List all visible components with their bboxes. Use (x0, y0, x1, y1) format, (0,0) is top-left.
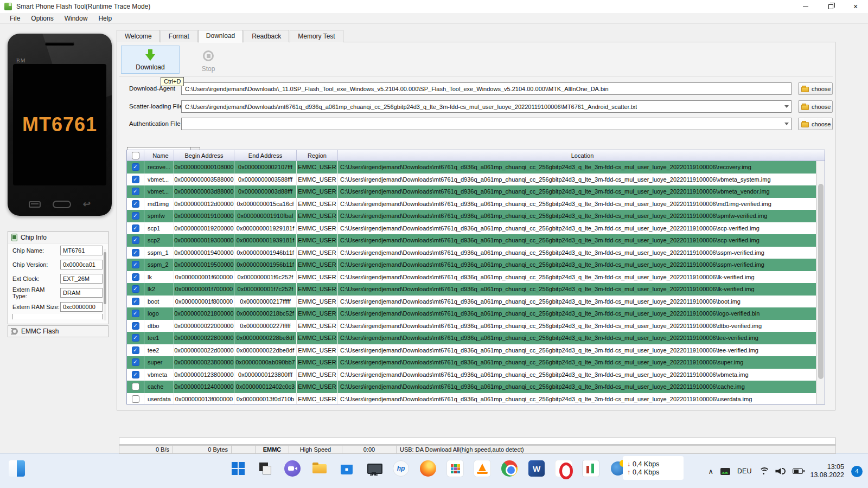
chrome-taskbar-button[interactable] (499, 458, 520, 479)
tab-readback[interactable]: Readback (244, 30, 289, 42)
volume-icon[interactable] (775, 468, 786, 474)
row-checkbox[interactable]: ✓ (132, 346, 139, 354)
scatter-file-choose-button[interactable]: choose (798, 100, 833, 113)
table-row[interactable]: ✓spmfw0x00000000191000000x000000001910fb… (127, 210, 816, 222)
row-checkbox[interactable]: ✓ (132, 249, 139, 256)
monitor-bars-taskbar-button[interactable] (580, 458, 601, 479)
row-checkbox[interactable]: ✓ (132, 358, 139, 366)
menu-help[interactable]: Help (93, 14, 117, 23)
opera-taskbar-button[interactable] (553, 458, 574, 479)
file-explorer-taskbar-button[interactable] (309, 458, 330, 479)
hp-taskbar-button[interactable] (391, 458, 411, 479)
remote-desktop-taskbar-button[interactable] (363, 458, 384, 479)
row-checkbox[interactable]: ✓ (132, 273, 139, 281)
table-row[interactable]: ✓vbmet...0x00000000035880000x00000000035… (127, 174, 816, 186)
row-checkbox[interactable]: ✓ (132, 334, 139, 342)
table-row[interactable]: ✓vbmeta0x00000001238000000x0000000123800… (127, 369, 816, 381)
table-row[interactable]: ✓scp20x00000000193000000x000000001939181… (127, 234, 816, 247)
table-row[interactable]: cache0x00000001240000000x000000012402c0c… (127, 381, 816, 393)
row-checkbox[interactable] (132, 383, 139, 390)
chip-info-header[interactable]: Chip Info (8, 232, 108, 243)
header-begin-address[interactable]: Begin Address (174, 150, 234, 160)
download-button[interactable]: Download (121, 46, 180, 74)
menu-options[interactable]: Options (25, 14, 59, 23)
cell-begin-address: 0x0000000012d00000 (174, 198, 234, 210)
close-button[interactable]: × (843, 0, 868, 13)
camera-app-taskbar-button[interactable] (282, 458, 303, 479)
download-agent-input[interactable]: C:\Users\irgendjemand\Downloads\_11.0SP_… (181, 82, 792, 95)
network-speed-widget[interactable]: ↓0,4 Kbps ↑0,4 Kbps (623, 456, 684, 480)
header-name[interactable]: Name (144, 150, 174, 160)
table-row[interactable]: userdata0x000000013f0000000x000000013f0d… (127, 393, 816, 404)
row-checkbox[interactable]: ✓ (132, 224, 139, 232)
table-row[interactable]: ✓tee10x00000000228000000x00000000228be8d… (127, 332, 816, 344)
auth-file-choose-button[interactable]: choose (798, 118, 833, 130)
microsoft-store-taskbar-button[interactable] (336, 458, 357, 479)
table-row[interactable]: ✓md1img0x0000000012d000000x0000000015ca1… (127, 198, 816, 210)
battery-icon[interactable] (793, 468, 803, 474)
tab-format[interactable]: Format (161, 30, 197, 42)
emmc-flash-header[interactable]: EMMC Flash (8, 325, 108, 337)
table-scrollbar[interactable] (816, 161, 825, 404)
wifi-icon[interactable] (758, 467, 768, 475)
clock[interactable]: 13:05 13.08.2022 (810, 463, 844, 479)
row-checkbox[interactable]: ✓ (132, 322, 139, 330)
table-row[interactable]: ✓sspm_10x00000000194000000x000000001946b… (127, 247, 816, 259)
chip-info-scrollbar[interactable] (104, 249, 106, 320)
resource-monitor-icon[interactable] (720, 468, 730, 475)
table-row[interactable]: ✓super0x00000000238000000x00000000ab090b… (127, 356, 816, 369)
row-checkbox[interactable]: ✓ (132, 176, 139, 183)
menu-window[interactable]: Window (59, 14, 93, 23)
firefox-taskbar-button[interactable] (418, 458, 438, 479)
row-checkbox[interactable]: ✓ (132, 212, 139, 220)
row-checkbox[interactable]: ✓ (132, 163, 139, 171)
row-checkbox[interactable]: ✓ (132, 261, 139, 268)
tab-memory-test[interactable]: Memory Test (290, 30, 343, 42)
chevron-down-icon[interactable] (784, 123, 789, 125)
row-checkbox[interactable]: ✓ (132, 188, 139, 195)
restore-button[interactable] (818, 0, 843, 13)
row-checkbox[interactable]: ✓ (132, 236, 139, 244)
table-row[interactable]: ✓dtbo0x00000000220000000x00000000227ffff… (127, 320, 816, 332)
table-row[interactable]: ✓vbmet...0x0000000003d880000x0000000003d… (127, 185, 816, 198)
tab-welcome[interactable]: Welcome (117, 30, 160, 42)
chevron-down-icon[interactable] (784, 105, 789, 108)
table-row[interactable]: ✓scp10x00000000192000000x000000001929181… (127, 222, 816, 235)
language-indicator[interactable]: DEU (737, 467, 751, 475)
row-checkbox[interactable]: ✓ (132, 310, 139, 317)
task-view-taskbar-button[interactable] (255, 458, 276, 479)
row-checkbox[interactable]: ✓ (132, 298, 139, 305)
row-checkbox[interactable] (132, 395, 139, 403)
widgets-icon[interactable] (9, 460, 25, 477)
row-checkbox[interactable]: ✓ (132, 371, 139, 378)
start-taskbar-button[interactable] (228, 458, 248, 479)
header-location[interactable]: Location (338, 150, 825, 160)
vlc-taskbar-button[interactable] (472, 458, 493, 479)
tab-download[interactable]: Download (198, 30, 243, 43)
stop-button[interactable]: Stop (190, 46, 226, 74)
table-row[interactable]: ✓lk20x000000001f7000000x000000001f7c252f… (127, 283, 816, 296)
header-end-address[interactable]: End Address (234, 150, 297, 160)
row-checkbox[interactable]: ✓ (132, 285, 139, 293)
scrollbar-thumb[interactable] (818, 184, 824, 379)
table-row[interactable]: ✓tee20x0000000022d000000x0000000022dbe8d… (127, 344, 816, 357)
apps-grid-taskbar-button[interactable] (445, 458, 465, 479)
table-row[interactable]: ✓sspm_20x00000000195000000x000000001956b… (127, 259, 816, 271)
word-taskbar-button[interactable] (526, 458, 547, 479)
table-row[interactable]: ✓recove...0x00000000001080000x0000000002… (127, 161, 816, 174)
menu-file[interactable]: File (4, 14, 25, 23)
download-agent-choose-button[interactable]: choose (798, 82, 833, 95)
table-row[interactable]: ✓lk0x000000001f6000000x000000001f6c252fE… (127, 271, 816, 284)
chip-field-label: Chip Version: (12, 261, 60, 268)
auth-file-input[interactable] (181, 118, 792, 130)
tray-overflow-icon[interactable]: ∧ (709, 467, 714, 476)
table-row[interactable]: ✓boot0x000000001f8000000x00000000217ffff… (127, 296, 816, 308)
scatter-file-input[interactable]: C:\Users\irgendjemand\Downloads\mt6761q_… (181, 100, 792, 113)
select-all-checkbox-cell[interactable] (127, 150, 144, 160)
notification-badge[interactable]: 4 (851, 466, 863, 477)
row-checkbox[interactable]: ✓ (132, 200, 139, 208)
header-region[interactable]: Region (297, 150, 338, 160)
select-all-checkbox[interactable] (132, 152, 139, 159)
minimize-button[interactable] (793, 0, 818, 13)
table-row[interactable]: ✓logo0x00000000218000000x00000000218bc52… (127, 307, 816, 320)
